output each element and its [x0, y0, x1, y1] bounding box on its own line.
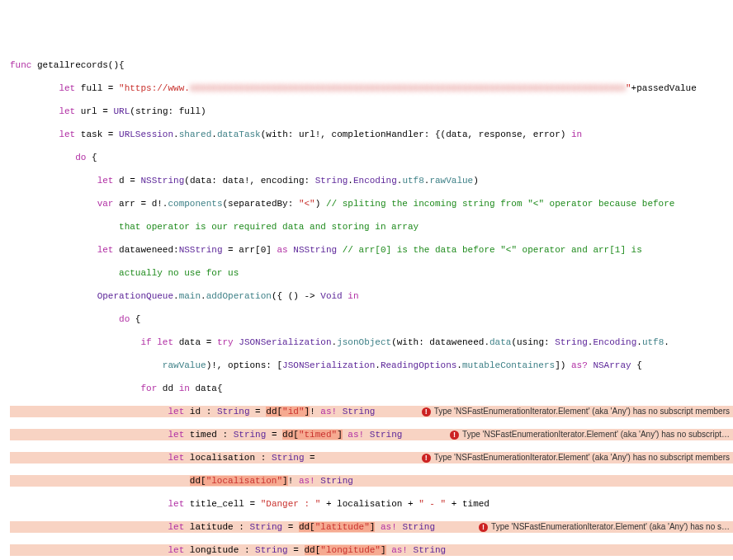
error-badge[interactable]: !Type 'NSFastEnumerationIterator.Element…: [477, 521, 733, 533]
code-editor[interactable]: func getallrecords(){ let full = "https:…: [10, 48, 733, 560]
error-badge[interactable]: !Type 'NSFastEnumerationIterator.Element…: [420, 406, 733, 417]
error-icon: !: [422, 407, 431, 416]
error-icon: !: [450, 431, 459, 440]
error-badge[interactable]: !Type 'NSFastEnumerationIterator.Element…: [448, 429, 733, 440]
error-icon: !: [479, 523, 488, 532]
code-line: func getallrecords(){: [10, 59, 733, 71]
error-badge[interactable]: !Type 'NSFastEnumerationIterator.Element…: [420, 452, 733, 464]
error-icon: !: [422, 454, 431, 463]
